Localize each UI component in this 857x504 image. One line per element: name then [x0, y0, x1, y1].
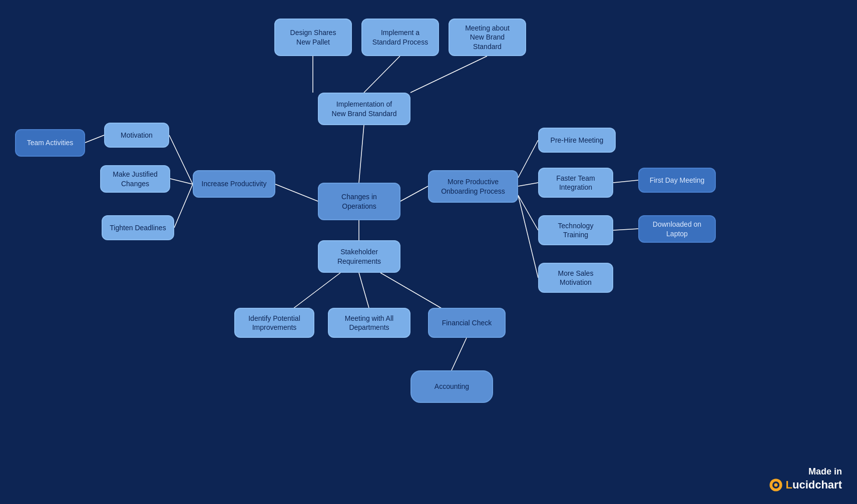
- node-meeting-all-depts: Meeting with All Departments: [328, 308, 410, 338]
- svg-line-11: [518, 140, 538, 178]
- node-pre-hire: Pre-Hire Meeting: [538, 128, 616, 153]
- svg-line-10: [400, 186, 428, 201]
- svg-line-6: [170, 179, 193, 184]
- node-design-shares: Design Shares New Pallet: [274, 19, 352, 56]
- node-more-sales: More Sales Motivation: [538, 263, 613, 293]
- watermark-made-in: Made in: [769, 466, 842, 477]
- svg-line-15: [613, 180, 638, 183]
- svg-line-8: [275, 184, 318, 201]
- svg-point-23: [774, 483, 777, 487]
- svg-line-18: [359, 273, 369, 308]
- svg-line-16: [613, 229, 638, 230]
- node-team-activities: Team Activities: [15, 129, 85, 157]
- node-motivation: Motivation: [104, 123, 169, 148]
- watermark-brand: Lucidchart: [786, 478, 842, 491]
- node-more-productive: More Productive Onboarding Process: [428, 170, 518, 203]
- svg-line-4: [85, 135, 104, 143]
- node-first-day-meeting: First Day Meeting: [638, 168, 716, 193]
- node-technology-training: Technology Training: [538, 215, 613, 245]
- svg-line-3: [359, 125, 364, 183]
- svg-line-1: [364, 56, 400, 93]
- node-tighten-deadlines: Tighten Deadlines: [102, 215, 174, 240]
- node-implementation-brand: Implementation of New Brand Standard: [318, 93, 410, 125]
- node-implement-standard: Implement a Standard Process: [361, 19, 439, 56]
- svg-line-7: [174, 184, 193, 228]
- svg-line-20: [452, 338, 467, 370]
- svg-line-5: [169, 135, 193, 184]
- svg-line-13: [518, 195, 538, 230]
- node-changes-in-operations: Changes in Operations: [318, 183, 400, 220]
- watermark: Made in Lucidchart: [769, 466, 842, 492]
- node-meeting-brand: Meeting about New Brand Standard: [449, 19, 526, 56]
- svg-line-12: [518, 183, 538, 186]
- svg-line-2: [410, 56, 487, 93]
- svg-line-14: [518, 195, 538, 278]
- node-stakeholder-req: Stakeholder Requirements: [318, 240, 400, 273]
- node-make-justified: Make Justified Changes: [100, 165, 170, 193]
- node-financial-check: Financial Check: [428, 308, 506, 338]
- node-increase-productivity: Increase Productivity: [193, 170, 275, 198]
- node-faster-team: Faster Team Integration: [538, 168, 613, 198]
- lucidchart-icon: [769, 478, 783, 492]
- node-downloaded-laptop: Downloaded on Laptop: [638, 215, 716, 243]
- node-accounting: Accounting: [410, 370, 493, 403]
- node-identify-potential: Identify Potential Improvements: [234, 308, 314, 338]
